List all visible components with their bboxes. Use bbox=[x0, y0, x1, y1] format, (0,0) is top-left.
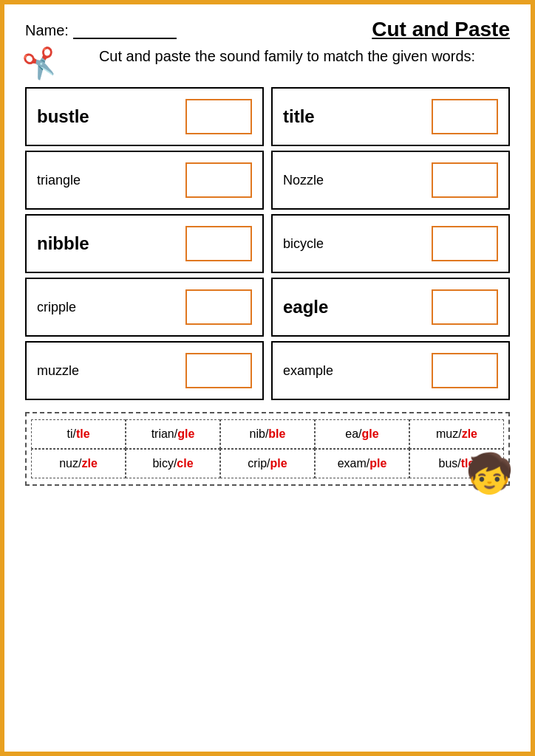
word-cell-triangle: triangle bbox=[25, 151, 264, 210]
boy-illustration: 🧒 bbox=[466, 454, 514, 492]
word-example: example bbox=[283, 363, 333, 379]
word-nozzle: Nozzle bbox=[283, 173, 324, 188]
paste-box-bustle[interactable] bbox=[185, 99, 252, 134]
word-grid: bustle title triangle Nozzle nibble bicy… bbox=[25, 87, 510, 400]
cut-item-muzzle[interactable]: muz/zle bbox=[409, 419, 504, 449]
word-triangle: triangle bbox=[37, 173, 81, 188]
paste-box-bicycle[interactable] bbox=[432, 226, 498, 261]
word-cell-title: title bbox=[271, 87, 510, 146]
cut-item-title[interactable]: ti/tle bbox=[31, 419, 126, 449]
word-cell-cripple: cripple bbox=[25, 278, 264, 337]
paste-box-nozzle[interactable] bbox=[432, 162, 498, 198]
paste-box-muzzle[interactable] bbox=[185, 353, 252, 388]
cut-section-wrapper: ti/tle trian/gle nib/ble ea/gle muz/zle … bbox=[25, 409, 510, 486]
word-eagle: eagle bbox=[283, 297, 328, 317]
word-cell-nibble: nibble bbox=[25, 214, 264, 273]
word-bicycle: bicycle bbox=[283, 236, 324, 252]
paste-box-eagle[interactable] bbox=[432, 289, 498, 325]
name-section: Name: bbox=[25, 22, 177, 39]
word-cell-eagle: eagle bbox=[271, 278, 510, 337]
cut-item-cripple[interactable]: crip/ple bbox=[220, 449, 315, 478]
header-row: Name: Cut and Paste bbox=[25, 18, 510, 41]
cut-item-bicycle[interactable]: bicy/cle bbox=[126, 449, 220, 478]
name-line bbox=[73, 23, 177, 39]
word-nibble: nibble bbox=[37, 233, 89, 254]
word-cell-example: example bbox=[271, 341, 510, 400]
cut-item-eagle[interactable]: ea/gle bbox=[315, 419, 409, 449]
word-cripple: cripple bbox=[37, 300, 76, 315]
word-cell-bustle: bustle bbox=[25, 87, 264, 146]
instruction-text: Cut and paste the sound family to match … bbox=[64, 46, 510, 66]
word-cell-nozzle: Nozzle bbox=[271, 151, 510, 210]
name-label: Name: bbox=[25, 22, 69, 39]
paste-box-nibble[interactable] bbox=[185, 226, 252, 261]
paste-box-triangle[interactable] bbox=[185, 162, 252, 198]
cut-item-triangle[interactable]: trian/gle bbox=[126, 419, 220, 449]
page-title: Cut and Paste bbox=[372, 18, 510, 41]
word-cell-muzzle: muzzle bbox=[25, 341, 264, 400]
instruction-area: ✂️ Cut and paste the sound family to mat… bbox=[25, 46, 510, 80]
title-section: Cut and Paste bbox=[372, 18, 510, 41]
cut-item-bustle[interactable]: bus/tle 🧒 bbox=[409, 449, 504, 478]
word-title: title bbox=[283, 106, 315, 127]
cut-item-example[interactable]: exam/ple bbox=[315, 449, 409, 478]
word-muzzle: muzzle bbox=[37, 363, 79, 379]
paste-box-cripple[interactable] bbox=[185, 289, 252, 325]
paste-box-title[interactable] bbox=[432, 99, 498, 134]
page: Name: Cut and Paste ✂️ Cut and paste the… bbox=[4, 4, 531, 752]
scissors-icon: ✂️ bbox=[21, 44, 63, 85]
cut-section: ti/tle trian/gle nib/ble ea/gle muz/zle … bbox=[25, 412, 510, 486]
cut-item-nuzzle[interactable]: nuz/zle bbox=[31, 449, 126, 478]
paste-box-example[interactable] bbox=[432, 353, 498, 388]
word-cell-bicycle: bicycle bbox=[271, 214, 510, 273]
word-bustle: bustle bbox=[37, 106, 89, 127]
cut-item-nibble[interactable]: nib/ble bbox=[220, 419, 315, 449]
